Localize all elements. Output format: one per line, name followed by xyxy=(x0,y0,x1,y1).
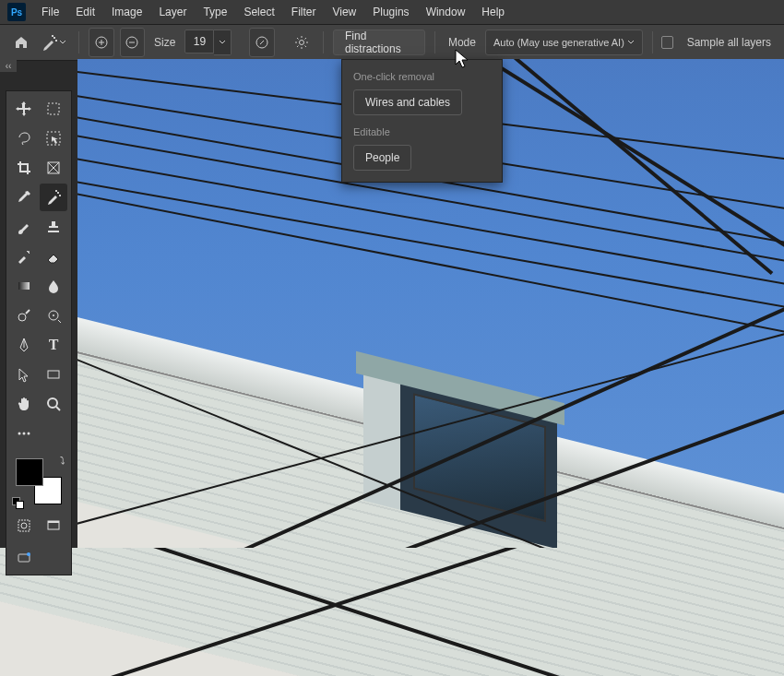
svg-point-2 xyxy=(52,35,53,37)
shape-tool[interactable] xyxy=(40,361,67,388)
popup-section-label: One-click removal xyxy=(353,71,491,82)
divider xyxy=(434,31,435,53)
menu-window[interactable]: Window xyxy=(418,0,474,24)
svg-rect-7 xyxy=(48,103,59,114)
size-input[interactable]: 19 xyxy=(184,30,214,53)
edit-toolbar-icon[interactable] xyxy=(10,543,38,571)
screen-mode[interactable] xyxy=(40,512,67,540)
gear-icon[interactable] xyxy=(291,29,314,56)
toolbox: T ⤵ xyxy=(6,90,72,575)
zoom-tool[interactable] xyxy=(40,390,67,418)
menu-type[interactable]: Type xyxy=(195,0,235,24)
svg-point-28 xyxy=(27,552,30,556)
canvas-lower[interactable] xyxy=(0,548,784,676)
svg-rect-18 xyxy=(48,371,59,378)
divider xyxy=(323,31,324,53)
sample-all-checkbox[interactable] xyxy=(661,36,672,49)
popup-section-label: Editable xyxy=(353,126,491,137)
marquee-tool[interactable] xyxy=(40,95,67,123)
pen-tool[interactable] xyxy=(10,331,38,359)
menu-edit[interactable]: Edit xyxy=(67,0,103,24)
menu-view[interactable]: View xyxy=(324,0,364,24)
svg-rect-23 xyxy=(18,520,30,531)
eraser-tool[interactable] xyxy=(40,243,67,270)
svg-point-1 xyxy=(55,40,57,42)
svg-point-22 xyxy=(28,433,30,435)
gradient-tool[interactable] xyxy=(10,272,38,300)
svg-point-13 xyxy=(28,251,30,253)
swap-colors-icon[interactable]: ⤵ xyxy=(60,455,65,466)
default-colors-icon[interactable] xyxy=(12,497,23,508)
svg-point-19 xyxy=(48,398,57,408)
find-distractions-label: Find distractions xyxy=(345,30,413,55)
foreground-color[interactable] xyxy=(16,458,43,486)
more-tools[interactable] xyxy=(10,420,38,447)
menu-bar: Ps FileEditImageLayerTypeSelectFilterVie… xyxy=(0,0,784,25)
menu-layer[interactable]: Layer xyxy=(150,0,195,24)
zoom-tool-alt[interactable] xyxy=(40,302,67,329)
svg-point-21 xyxy=(23,433,26,435)
menu-help[interactable]: Help xyxy=(473,0,513,24)
svg-point-20 xyxy=(18,433,21,435)
object-select-tool[interactable] xyxy=(40,125,67,152)
svg-point-10 xyxy=(57,192,59,194)
current-tool-icon[interactable] xyxy=(38,29,69,56)
svg-point-11 xyxy=(59,195,61,196)
svg-point-17 xyxy=(53,314,54,316)
color-swatches[interactable]: ⤵ xyxy=(12,455,65,508)
crop-tool[interactable] xyxy=(10,154,38,182)
svg-point-0 xyxy=(53,37,55,39)
wires-cables-button[interactable]: Wires and cables xyxy=(353,89,462,115)
svg-rect-14 xyxy=(18,282,30,290)
app-icon: Ps xyxy=(7,3,26,21)
svg-rect-26 xyxy=(48,521,59,523)
brush-settings-icon[interactable] xyxy=(249,28,274,57)
quick-mask[interactable] xyxy=(10,512,38,540)
brush-tool[interactable] xyxy=(10,213,38,241)
menu-image[interactable]: Image xyxy=(103,0,150,24)
dodge-tool[interactable] xyxy=(10,302,38,329)
mode-value: Auto (May use generative AI) xyxy=(493,37,624,48)
stamp-tool[interactable] xyxy=(40,213,67,241)
options-bar: Size 19 Find distractions Mode Auto (May… xyxy=(0,25,784,61)
size-dropdown[interactable] xyxy=(214,30,232,55)
size-label: Size xyxy=(154,36,175,49)
find-distractions-popup: One-click removal Wires and cables Edita… xyxy=(341,59,503,183)
home-icon[interactable] xyxy=(9,29,32,56)
add-target-icon[interactable] xyxy=(89,28,113,57)
svg-point-24 xyxy=(21,523,27,528)
type-tool[interactable]: T xyxy=(40,331,67,359)
mode-select[interactable]: Auto (May use generative AI) xyxy=(485,30,643,55)
svg-point-15 xyxy=(18,314,26,321)
history-brush-tool[interactable] xyxy=(10,243,38,270)
menu-select[interactable]: Select xyxy=(235,0,282,24)
lasso-tool[interactable] xyxy=(10,125,38,152)
hand-tool[interactable] xyxy=(10,390,38,418)
mode-label: Mode xyxy=(448,36,476,49)
divider xyxy=(78,31,79,53)
find-distractions-button[interactable]: Find distractions xyxy=(333,30,425,55)
eyedropper-tool[interactable] xyxy=(10,184,38,211)
frame-tool[interactable] xyxy=(40,154,67,182)
subtract-target-icon[interactable] xyxy=(120,28,145,57)
people-button[interactable]: People xyxy=(353,145,411,171)
svg-point-6 xyxy=(300,41,304,45)
remove-tool[interactable] xyxy=(40,184,67,211)
svg-point-12 xyxy=(55,190,57,192)
divider xyxy=(652,31,653,53)
sample-all-label: Sample all layers xyxy=(687,36,771,49)
menu-plugins[interactable]: Plugins xyxy=(364,0,417,24)
path-select-tool[interactable] xyxy=(10,361,38,388)
blur-tool[interactable] xyxy=(40,272,67,300)
menu-filter[interactable]: Filter xyxy=(283,0,325,24)
move-tool[interactable] xyxy=(10,95,38,123)
menu-file[interactable]: File xyxy=(33,0,67,24)
collapse-strip[interactable]: ‹‹ xyxy=(0,59,17,72)
